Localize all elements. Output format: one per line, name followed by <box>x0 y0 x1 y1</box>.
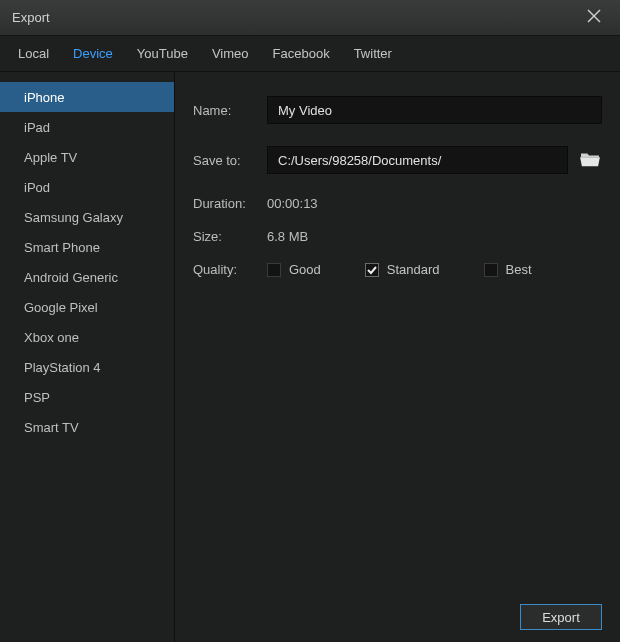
sidebar-item-ps4[interactable]: PlayStation 4 <box>0 352 174 382</box>
quality-options: Good Standard Best <box>267 262 532 277</box>
tab-device[interactable]: Device <box>61 36 125 72</box>
tab-local[interactable]: Local <box>6 36 61 72</box>
sidebar-item-appletv[interactable]: Apple TV <box>0 142 174 172</box>
saveto-row: Save to: <box>193 146 602 174</box>
titlebar: Export <box>0 0 620 36</box>
sidebar-item-ipad[interactable]: iPad <box>0 112 174 142</box>
export-dialog: Export Local Device YouTube Vimeo Facebo… <box>0 0 620 642</box>
close-icon <box>587 9 601 26</box>
sidebar-item-xbox[interactable]: Xbox one <box>0 322 174 352</box>
tab-facebook[interactable]: Facebook <box>261 36 342 72</box>
quality-option-standard[interactable]: Standard <box>365 262 440 277</box>
sidebar-item-android[interactable]: Android Generic <box>0 262 174 292</box>
name-input[interactable] <box>267 96 602 124</box>
close-button[interactable] <box>580 4 608 32</box>
saveto-input[interactable] <box>267 146 568 174</box>
quality-row: Quality: Good Standard <box>193 262 602 277</box>
quality-option-best[interactable]: Best <box>484 262 532 277</box>
tab-youtube[interactable]: YouTube <box>125 36 200 72</box>
sidebar-item-iphone[interactable]: iPhone <box>0 82 174 112</box>
checkbox-icon <box>267 263 281 277</box>
browse-folder-button[interactable] <box>578 148 602 172</box>
name-label: Name: <box>193 103 267 118</box>
duration-value: 00:00:13 <box>267 196 318 211</box>
tab-twitter[interactable]: Twitter <box>342 36 404 72</box>
quality-standard-label: Standard <box>387 262 440 277</box>
quality-label: Quality: <box>193 262 267 277</box>
sidebar-item-ipod[interactable]: iPod <box>0 172 174 202</box>
folder-icon <box>579 150 601 171</box>
tab-vimeo[interactable]: Vimeo <box>200 36 261 72</box>
sidebar-item-smartphone[interactable]: Smart Phone <box>0 232 174 262</box>
sidebar-item-samsung[interactable]: Samsung Galaxy <box>0 202 174 232</box>
main-panel: Name: Save to: Duration: 00:00:1 <box>175 72 620 642</box>
duration-label: Duration: <box>193 196 267 211</box>
dialog-body: iPhone iPad Apple TV iPod Samsung Galaxy… <box>0 72 620 642</box>
checkbox-checked-icon <box>365 263 379 277</box>
quality-option-good[interactable]: Good <box>267 262 321 277</box>
window-title: Export <box>12 10 50 25</box>
quality-good-label: Good <box>289 262 321 277</box>
saveto-label: Save to: <box>193 153 267 168</box>
size-label: Size: <box>193 229 267 244</box>
checkbox-icon <box>484 263 498 277</box>
device-sidebar: iPhone iPad Apple TV iPod Samsung Galaxy… <box>0 72 175 642</box>
sidebar-item-pixel[interactable]: Google Pixel <box>0 292 174 322</box>
name-row: Name: <box>193 96 602 124</box>
quality-best-label: Best <box>506 262 532 277</box>
dialog-footer: Export <box>193 592 602 630</box>
size-row: Size: 6.8 MB <box>193 229 602 244</box>
sidebar-item-psp[interactable]: PSP <box>0 382 174 412</box>
duration-row: Duration: 00:00:13 <box>193 196 602 211</box>
export-button[interactable]: Export <box>520 604 602 630</box>
size-value: 6.8 MB <box>267 229 308 244</box>
tabs: Local Device YouTube Vimeo Facebook Twit… <box>0 36 620 72</box>
sidebar-item-smarttv[interactable]: Smart TV <box>0 412 174 442</box>
